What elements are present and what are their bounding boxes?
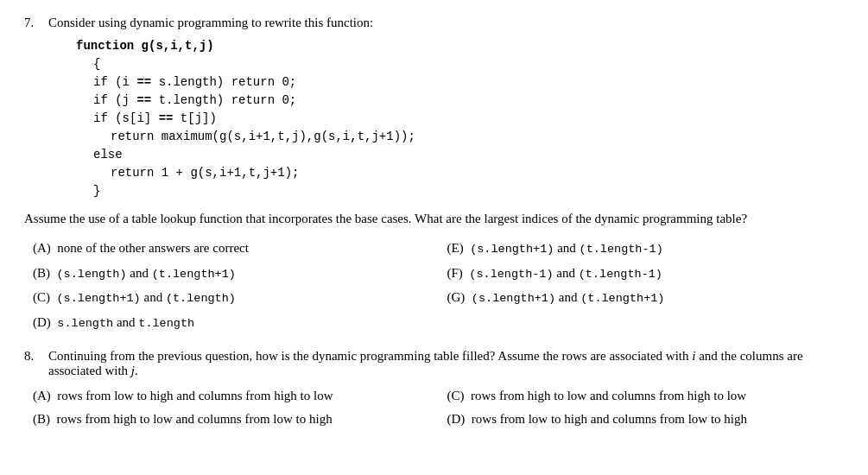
answer-7-C-mono1: (s.length+1) [57, 292, 141, 305]
question-8-answers: (A) rows from low to high and columns fr… [33, 385, 844, 429]
answer-7-E: (E) (s.length+1) and (t.length-1) [447, 238, 845, 259]
code-line-2: { [93, 55, 844, 73]
answer-8-C: (C) rows from high to low and columns fr… [447, 385, 845, 406]
answer-7-G-mono2: (t.length+1) [580, 292, 664, 305]
code-line-5: if (s[i] == t[j]) [93, 110, 844, 128]
answer-7-G-mono1: (s.length+1) [472, 292, 555, 305]
answer-7-D: (D) s.length and t.length [33, 312, 430, 333]
code-line-7: else [93, 146, 844, 164]
code-block-7: function g(s,i,t,j) { if (i == s.length)… [76, 37, 844, 200]
code-line-8: return 1 + g(s,i+1,t,j+1); [111, 164, 844, 182]
code-line-1: function g(s,i,t,j) [76, 37, 844, 55]
answer-8-B: (B) rows from high to low and columns fr… [33, 408, 430, 429]
answer-7-E-mono2: (t.length-1) [580, 243, 663, 256]
answer-7-B-mono2: (t.length+1) [152, 268, 236, 281]
code-line-9: } [93, 182, 844, 200]
question-7-answers: (A) none of the other answers are correc… [33, 238, 844, 332]
answer-7-F-mono1: (s.length-1) [469, 268, 553, 281]
question-7-header: 7. Consider using dynamic programming to… [24, 16, 844, 30]
code-line-3: if (i == s.length) return 0; [93, 73, 844, 92]
answer-7-D-mono1: s.length [57, 317, 113, 330]
var-i: i [692, 349, 695, 363]
answer-7-C-mono2: (t.length) [166, 292, 236, 305]
question-7-body-text: Assume the use of a table lookup functio… [24, 212, 747, 225]
answer-7-C: (C) (s.length+1) and (t.length) [33, 287, 430, 308]
var-j: j [131, 364, 135, 377]
question-8: 8. Continuing from the previous question… [24, 349, 844, 429]
question-7-number: 7. [24, 16, 43, 30]
answer-7-F: (F) (s.length-1) and (t.length-1) [447, 263, 845, 284]
answer-7-F-mono2: (t.length-1) [579, 268, 662, 281]
question-7: 7. Consider using dynamic programming to… [24, 16, 844, 333]
answer-7-B-mono1: (s.length) [57, 268, 127, 281]
code-line-4: if (j == t.length) return 0; [93, 92, 844, 110]
answer-7-G: (G) (s.length+1) and (t.length+1) [447, 287, 845, 308]
answer-7-E-mono1: (s.length+1) [470, 243, 554, 256]
answer-7-A: (A) none of the other answers are correc… [33, 238, 430, 259]
code-line-6: return maximum(g(s,i+1,t,j),g(s,i,t,j+1)… [111, 128, 844, 146]
answer-8-D: (D) rows from low to high and columns fr… [447, 408, 845, 429]
answer-8-A: (A) rows from low to high and columns fr… [33, 385, 430, 406]
question-7-intro: Consider using dynamic programming to re… [48, 16, 373, 30]
question-8-number: 8. [24, 349, 43, 364]
answer-7-D-mono2: t.length [138, 317, 194, 330]
question-7-body: Assume the use of a table lookup functio… [24, 209, 844, 229]
question-8-header: 8. Continuing from the previous question… [24, 349, 844, 378]
question-8-intro: Continuing from the previous question, h… [48, 349, 844, 378]
answer-7-B: (B) (s.length) and (t.length+1) [33, 263, 430, 284]
